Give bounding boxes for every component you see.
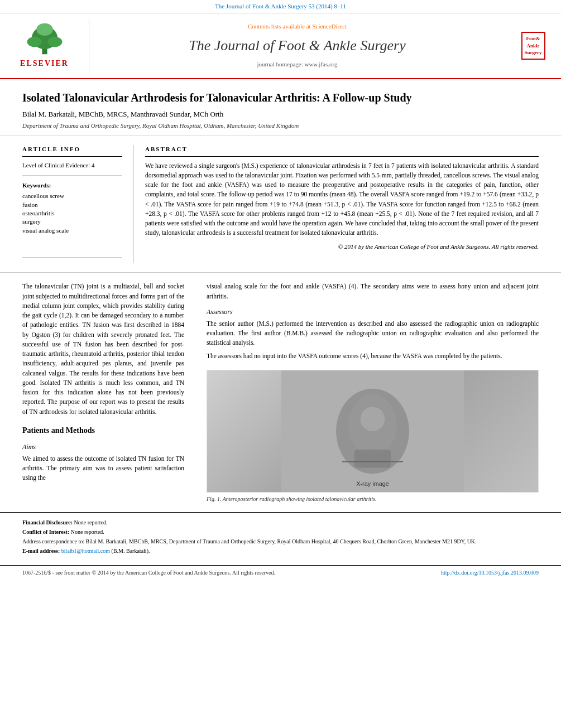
elsevier-wordmark: ELSEVIER — [20, 58, 69, 69]
assessors-subheading: Assessors — [207, 307, 539, 317]
journal-url: journal homepage: www.jfas.org — [100, 60, 494, 69]
journal-title: The Journal of Foot & Ankle Surgery — [100, 36, 494, 56]
svg-point-4 — [36, 23, 53, 36]
keyword-2: fusion — [22, 201, 122, 209]
patients-methods-heading: Patients and Methods — [22, 425, 184, 436]
article-info-panel: ARTICLE INFO Level of Clinical Evidence:… — [22, 145, 134, 263]
article-body: ARTICLE INFO Level of Clinical Evidence:… — [0, 136, 561, 273]
contents-line: Contents lists available at ScienceDirec… — [100, 22, 494, 31]
conflict-of-interest: Conflict of Interest: None reported. — [22, 528, 539, 536]
article-info-title: ARTICLE INFO — [22, 145, 122, 156]
svg-point-3 — [47, 37, 62, 47]
abstract-title: ABSTRACT — [145, 145, 539, 156]
doi-link[interactable]: http://dx.doi.org/10.1053/j.jfas.2013.09… — [441, 569, 539, 577]
elsevier-logo: ELSEVIER — [0, 18, 89, 73]
assessors-paragraph2: The assessors had no input into the VASF… — [207, 351, 539, 361]
header-section: ELSEVIER Contents lists available at Sci… — [0, 13, 561, 79]
keywords-label: Keywords: — [22, 181, 122, 190]
left-column: The talonavicular (TN) joint is a multia… — [22, 282, 195, 503]
article-main-title: Isolated Talonavicular Arthrodesis for T… — [22, 90, 539, 105]
email-link[interactable]: bilalb1@hotmail.com — [61, 548, 110, 554]
assessors-paragraph1: The senior author (M.S.) performed the i… — [207, 319, 539, 348]
continuation-paragraph: visual analog scale for the foot and ank… — [207, 282, 539, 301]
article-authors: Bilal M. Barkatali, MBChB, MRCS, Manthra… — [22, 109, 539, 119]
financial-disclosure: Financial Disclosure: None reported. — [22, 518, 539, 527]
journal-header: Contents lists available at ScienceDirec… — [89, 18, 505, 73]
keyword-1: cancellous screw — [22, 192, 122, 200]
sciencedirect-link[interactable]: ScienceDirect — [312, 23, 347, 30]
svg-point-2 — [27, 37, 41, 47]
footer-section: Financial Disclosure: None reported. Con… — [0, 512, 561, 565]
keyword-3: osteoarthritis — [22, 209, 122, 218]
issn-text: 1067-2516/$ - see front matter © 2014 by… — [22, 569, 275, 577]
elsevier-tree-icon — [17, 22, 73, 56]
level-label: Level of Clinical Evidence: 4 — [22, 161, 122, 170]
article-title-section: Isolated Talonavicular Arthrodesis for T… — [0, 79, 561, 137]
main-content: The talonavicular (TN) joint is a multia… — [0, 273, 561, 512]
keyword-4: surgery — [22, 218, 122, 226]
journal-reference: The Journal of Foot & Ankle Surgery 53 (… — [215, 3, 346, 9]
journal-logo: Foot&AnkleSurgery — [505, 18, 561, 73]
logo-box: Foot&AnkleSurgery — [521, 32, 545, 60]
aims-paragraph: We aimed to assess the outcome of isolat… — [22, 454, 184, 483]
abstract-copyright: © 2014 by the American College of Foot a… — [145, 243, 539, 251]
svg-text:X-ray image: X-ray image — [356, 480, 389, 487]
email-line: E-mail address: bilalb1@hotmail.com (B.M… — [22, 547, 539, 555]
right-column: visual analog scale for the foot and ank… — [195, 282, 539, 503]
abstract-text: We have reviewed a single surgeon's (M.S… — [145, 161, 539, 238]
figure-image: X-ray image — [207, 370, 538, 492]
figure-placeholder: X-ray image — [207, 370, 538, 492]
abstract-section: ABSTRACT We have reviewed a single surge… — [134, 145, 539, 263]
article-affiliation: Department of Trauma and Orthopedic Surg… — [22, 122, 539, 130]
keywords-list: cancellous screw fusion osteoarthritis s… — [22, 192, 122, 235]
svg-point-8 — [361, 407, 385, 431]
aims-subheading: Aims — [22, 442, 184, 452]
footer-notes: Financial Disclosure: None reported. Con… — [22, 518, 539, 555]
address-correspondence: Address correspondence to: Bilal M. Bark… — [22, 537, 539, 546]
bottom-bar: 1067-2516/$ - see front matter © 2014 by… — [0, 565, 561, 580]
keyword-5: visual analog scale — [22, 226, 122, 235]
email-suffix: (B.M. Barkatali). — [112, 548, 150, 554]
figure-box: X-ray image — [207, 370, 539, 493]
figure-caption: Fig. 1. Anteroposterior radiograph showi… — [207, 495, 539, 503]
intro-paragraph: The talonavicular (TN) joint is a multia… — [22, 282, 184, 417]
svg-rect-9 — [354, 449, 391, 467]
top-bar: The Journal of Foot & Ankle Surgery 53 (… — [0, 0, 561, 13]
